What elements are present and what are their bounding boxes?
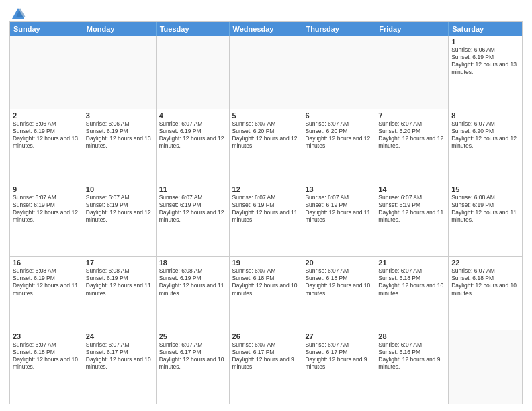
day-number: 10 [86,185,153,193]
day-number: 8 [451,111,519,120]
calendar-header: SundayMondayTuesdayWednesdayThursdayFrid… [10,22,522,36]
calendar-cell: 2Sunrise: 6:06 AM Sunset: 6:19 PM Daylig… [10,109,83,183]
day-number: 6 [305,111,372,120]
calendar-row-4: 16Sunrise: 6:08 AM Sunset: 6:19 PM Dayli… [10,257,522,330]
calendar-cell: 14Sunrise: 6:07 AM Sunset: 6:19 PM Dayli… [375,183,449,257]
calendar-row-5: 23Sunrise: 6:07 AM Sunset: 6:18 PM Dayli… [10,330,522,404]
calendar-cell: 21Sunrise: 6:07 AM Sunset: 6:18 PM Dayli… [375,257,449,330]
day-number: 28 [378,332,445,340]
calendar-cell: 12Sunrise: 6:07 AM Sunset: 6:19 PM Dayli… [230,183,303,257]
day-info: Sunrise: 6:07 AM Sunset: 6:18 PM Dayligh… [451,267,519,297]
day-info: Sunrise: 6:07 AM Sunset: 6:17 PM Dayligh… [86,341,153,371]
day-info: Sunrise: 6:07 AM Sunset: 6:20 PM Dayligh… [451,120,519,150]
calendar-cell: 18Sunrise: 6:08 AM Sunset: 6:19 PM Dayli… [157,257,230,330]
day-number: 14 [378,185,445,193]
day-info: Sunrise: 6:07 AM Sunset: 6:16 PM Dayligh… [378,341,445,371]
day-info: Sunrise: 6:07 AM Sunset: 6:18 PM Dayligh… [13,341,80,371]
day-number: 25 [159,332,226,340]
day-info: Sunrise: 6:08 AM Sunset: 6:19 PM Dayligh… [13,267,80,297]
calendar-row-3: 9Sunrise: 6:07 AM Sunset: 6:19 PM Daylig… [10,183,522,257]
calendar-cell: 27Sunrise: 6:07 AM Sunset: 6:17 PM Dayli… [302,330,375,404]
day-number: 16 [13,259,80,267]
logo [9,7,26,17]
calendar-cell [157,36,230,109]
header-day-thursday: Thursday [302,22,375,36]
day-info: Sunrise: 6:07 AM Sunset: 6:17 PM Dayligh… [305,341,372,371]
day-number: 13 [305,185,372,193]
calendar-cell: 26Sunrise: 6:07 AM Sunset: 6:17 PM Dayli… [230,330,303,404]
day-info: Sunrise: 6:08 AM Sunset: 6:19 PM Dayligh… [86,267,153,297]
day-number: 17 [86,259,153,267]
calendar-cell [449,330,522,404]
calendar-cell: 6Sunrise: 6:07 AM Sunset: 6:20 PM Daylig… [302,109,375,183]
calendar-cell: 17Sunrise: 6:08 AM Sunset: 6:19 PM Dayli… [83,257,157,330]
calendar-cell: 24Sunrise: 6:07 AM Sunset: 6:17 PM Dayli… [83,330,157,404]
calendar-cell: 13Sunrise: 6:07 AM Sunset: 6:19 PM Dayli… [302,183,375,257]
calendar-cell: 15Sunrise: 6:08 AM Sunset: 6:19 PM Dayli… [449,183,522,257]
day-number: 22 [451,259,519,267]
day-info: Sunrise: 6:06 AM Sunset: 6:19 PM Dayligh… [86,120,153,150]
calendar-cell [375,36,449,109]
calendar-cell [10,36,83,109]
day-info: Sunrise: 6:07 AM Sunset: 6:18 PM Dayligh… [378,267,445,297]
day-number: 1 [451,38,519,46]
day-number: 19 [232,259,300,267]
calendar-cell: 19Sunrise: 6:07 AM Sunset: 6:18 PM Dayli… [230,257,303,330]
day-number: 21 [378,259,445,267]
calendar-row-1: 1Sunrise: 6:06 AM Sunset: 6:19 PM Daylig… [10,36,522,109]
calendar-cell: 7Sunrise: 6:07 AM Sunset: 6:20 PM Daylig… [375,109,449,183]
calendar-cell: 28Sunrise: 6:07 AM Sunset: 6:16 PM Dayli… [375,330,449,404]
header-day-friday: Friday [375,22,449,36]
day-info: Sunrise: 6:07 AM Sunset: 6:20 PM Dayligh… [232,120,300,150]
day-number: 12 [232,185,300,193]
calendar-cell: 22Sunrise: 6:07 AM Sunset: 6:18 PM Dayli… [449,257,522,330]
day-info: Sunrise: 6:07 AM Sunset: 6:19 PM Dayligh… [159,120,226,150]
header [9,7,523,17]
day-number: 18 [159,259,226,267]
day-number: 5 [232,111,300,120]
calendar-cell: 11Sunrise: 6:07 AM Sunset: 6:19 PM Dayli… [157,183,230,257]
day-number: 4 [159,111,226,120]
calendar-cell: 8Sunrise: 6:07 AM Sunset: 6:20 PM Daylig… [449,109,522,183]
calendar-cell [83,36,157,109]
day-info: Sunrise: 6:07 AM Sunset: 6:19 PM Dayligh… [159,194,226,224]
header-day-wednesday: Wednesday [230,22,303,36]
day-number: 2 [13,111,80,120]
day-number: 3 [86,111,153,120]
calendar-cell: 25Sunrise: 6:07 AM Sunset: 6:17 PM Dayli… [157,330,230,404]
day-info: Sunrise: 6:07 AM Sunset: 6:19 PM Dayligh… [378,194,445,224]
day-number: 23 [13,332,80,340]
header-day-tuesday: Tuesday [157,22,230,36]
calendar-cell: 3Sunrise: 6:06 AM Sunset: 6:19 PM Daylig… [83,109,157,183]
day-info: Sunrise: 6:07 AM Sunset: 6:17 PM Dayligh… [159,341,226,371]
calendar-cell: 10Sunrise: 6:07 AM Sunset: 6:19 PM Dayli… [83,183,157,257]
calendar-cell: 5Sunrise: 6:07 AM Sunset: 6:20 PM Daylig… [230,109,303,183]
calendar-cell: 20Sunrise: 6:07 AM Sunset: 6:18 PM Dayli… [302,257,375,330]
day-info: Sunrise: 6:06 AM Sunset: 6:19 PM Dayligh… [13,120,80,150]
day-info: Sunrise: 6:08 AM Sunset: 6:19 PM Dayligh… [451,194,519,224]
day-info: Sunrise: 6:07 AM Sunset: 6:19 PM Dayligh… [232,194,300,224]
calendar-cell: 16Sunrise: 6:08 AM Sunset: 6:19 PM Dayli… [10,257,83,330]
day-number: 15 [451,185,519,193]
day-info: Sunrise: 6:07 AM Sunset: 6:18 PM Dayligh… [232,267,300,297]
day-info: Sunrise: 6:07 AM Sunset: 6:20 PM Dayligh… [378,120,445,150]
page: SundayMondayTuesdayWednesdayThursdayFrid… [0,0,532,411]
day-number: 9 [13,185,80,193]
day-info: Sunrise: 6:07 AM Sunset: 6:17 PM Dayligh… [232,341,300,371]
day-number: 26 [232,332,300,340]
day-number: 20 [305,259,372,267]
day-info: Sunrise: 6:07 AM Sunset: 6:20 PM Dayligh… [305,120,372,150]
calendar-cell: 1Sunrise: 6:06 AM Sunset: 6:19 PM Daylig… [449,36,522,109]
day-info: Sunrise: 6:08 AM Sunset: 6:19 PM Dayligh… [159,267,226,297]
day-number: 24 [86,332,153,340]
calendar-cell [230,36,303,109]
day-number: 27 [305,332,372,340]
header-day-saturday: Saturday [449,22,522,36]
day-info: Sunrise: 6:07 AM Sunset: 6:18 PM Dayligh… [305,267,372,297]
day-info: Sunrise: 6:07 AM Sunset: 6:19 PM Dayligh… [305,194,372,224]
calendar-row-2: 2Sunrise: 6:06 AM Sunset: 6:19 PM Daylig… [10,109,522,183]
calendar-body: 1Sunrise: 6:06 AM Sunset: 6:19 PM Daylig… [10,36,522,404]
day-info: Sunrise: 6:07 AM Sunset: 6:19 PM Dayligh… [86,194,153,224]
calendar-cell: 23Sunrise: 6:07 AM Sunset: 6:18 PM Dayli… [10,330,83,404]
calendar-cell [302,36,375,109]
